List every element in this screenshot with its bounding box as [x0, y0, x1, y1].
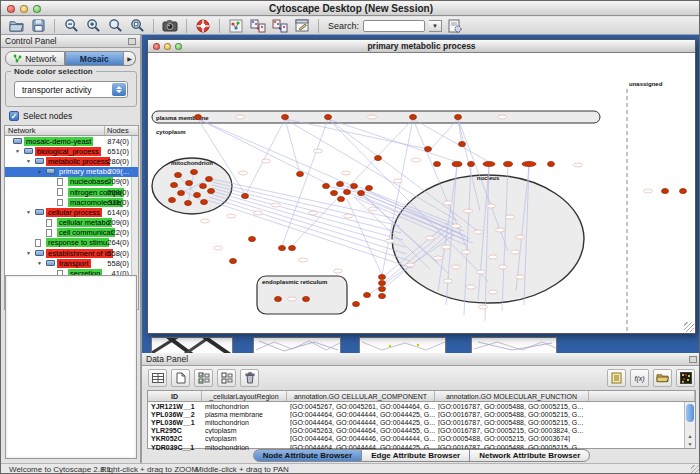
float-panel-icon[interactable] — [128, 38, 136, 45]
tree-row[interactable]: ▼metabolic process280(0) — [5, 156, 138, 166]
window-resize-grip[interactable] — [684, 322, 694, 332]
network-edge[interactable] — [413, 119, 489, 162]
tree-row-label[interactable]: nucleobase- — [68, 177, 113, 186]
tree-row[interactable]: ▼primary metabo209(... — [5, 167, 138, 177]
new-attribute-icon[interactable] — [171, 369, 190, 387]
network-node[interactable] — [175, 172, 182, 177]
tree-row[interactable]: ▼transport558(0) — [5, 258, 138, 268]
network-node[interactable] — [379, 293, 386, 298]
network-node[interactable] — [194, 192, 201, 197]
network-node[interactable] — [358, 190, 365, 195]
delete-attribute-icon[interactable] — [240, 369, 259, 387]
grid-icon[interactable] — [148, 369, 167, 387]
background-window[interactable] — [471, 337, 557, 353]
network-node[interactable] — [303, 296, 310, 301]
network-node[interactable] — [337, 181, 344, 186]
import-network-icon[interactable] — [249, 18, 267, 34]
network-node[interactable] — [522, 161, 536, 166]
save-icon[interactable] — [29, 18, 47, 34]
network-node[interactable] — [201, 199, 208, 204]
background-window[interactable] — [151, 337, 233, 353]
scroll-down-icon[interactable]: ▼ — [685, 440, 695, 448]
network-node[interactable] — [459, 141, 466, 146]
export-network-icon[interactable] — [271, 18, 289, 34]
tree-row[interactable]: cell communicat22(0) — [5, 228, 138, 238]
network-node[interactable] — [275, 296, 282, 301]
network-edge[interactable] — [285, 119, 300, 174]
birdseye-view[interactable] — [5, 275, 137, 459]
tree-row[interactable]: response to stimu264(0) — [5, 238, 138, 248]
network-node[interactable] — [279, 245, 286, 250]
network-node[interactable] — [230, 258, 237, 263]
network-canvas[interactable]: plasma membranecytoplasmmitochondrionnuc… — [148, 53, 695, 333]
scroll-up-icon[interactable]: ▲ — [685, 432, 695, 440]
table-cell[interactable]: cytoplasm — [202, 435, 287, 442]
expander-icon[interactable]: ▼ — [15, 148, 20, 154]
tree-row[interactable]: ▼cellular process614(0) — [5, 207, 138, 217]
tree-row-label[interactable]: cellular metabo — [57, 218, 112, 227]
table-cell[interactable]: [GO:0045267, GO:0045261, GO:0044464, G..… — [287, 403, 435, 410]
scrollbar-thumb[interactable] — [686, 404, 694, 422]
network-node[interactable] — [375, 155, 382, 160]
tree-row-label[interactable]: cellular process — [46, 208, 102, 217]
network-node[interactable] — [483, 161, 495, 166]
tree-row[interactable]: cellular metabo209(0) — [5, 218, 138, 228]
table-cell[interactable]: [GO:0016787, GO:0005488, GO:0005215, G..… — [435, 403, 589, 410]
help-icon[interactable] — [194, 18, 212, 34]
table-cell[interactable]: [GO:0005488, GO:0005215, GO:0003674] — [435, 435, 589, 442]
table-row[interactable]: YPL036W__1mitochondrion[GO:0044464, GO:0… — [148, 418, 695, 426]
table-row[interactable]: YPL036W__2plasma membrane[GO:0044464, GO… — [148, 410, 695, 418]
network-node[interactable] — [662, 188, 669, 193]
network-node[interactable] — [468, 161, 475, 166]
expander-icon[interactable]: ▼ — [37, 169, 42, 175]
search-config-icon[interactable] — [446, 18, 464, 34]
table-scrollbar[interactable]: ▲ ▼ — [684, 402, 695, 448]
column-header[interactable]: annotation.GO MOLECULAR_FUNCTION — [435, 391, 589, 401]
network-node[interactable] — [191, 169, 198, 174]
table-cell[interactable]: [GO:0044464, GO:0044446, GO:0044444, G..… — [287, 435, 435, 442]
table-cell[interactable]: [GO:0016787, GO:0005488, GO:0005215, G..… — [435, 411, 589, 418]
tab-network-attribute-browser[interactable]: Network Attribute Browser — [470, 449, 590, 462]
table-cell[interactable]: YJR121W__1 — [148, 403, 202, 410]
tree-row[interactable]: nitrogen compo209(0) — [5, 187, 138, 197]
annotation-icon[interactable] — [293, 18, 311, 34]
zoom-out-icon[interactable] — [62, 18, 80, 34]
network-node[interactable] — [353, 301, 360, 306]
network-node[interactable] — [455, 114, 462, 119]
float-panel-icon[interactable] — [689, 356, 697, 363]
table-cell[interactable]: [GO:0016787, GO:0005488, GO:0005215, G..… — [435, 419, 589, 426]
tree-row[interactable]: ▼establishment of lo558(0) — [5, 248, 138, 258]
network-node[interactable] — [504, 161, 513, 166]
vizmapper-icon[interactable] — [227, 18, 245, 34]
tab-edge-attribute-browser[interactable]: Edge Attribute Browser — [362, 449, 470, 462]
table-cell[interactable]: [GO:0045263, GO:0044464, GO:0044455, G..… — [287, 427, 435, 434]
table-cell[interactable]: cytoplasm — [202, 427, 287, 434]
network-node[interactable] — [242, 193, 249, 198]
expander-icon[interactable]: ▼ — [26, 250, 31, 256]
column-header[interactable]: annotation.GO CELLULAR_COMPONENT — [287, 391, 435, 401]
unselect-attributes-icon[interactable] — [217, 369, 236, 387]
table-cell[interactable]: YLR295C — [148, 427, 202, 434]
column-header[interactable]: ID — [148, 391, 202, 401]
network-node[interactable] — [410, 114, 417, 119]
network-node[interactable] — [289, 245, 296, 250]
select-attributes-icon[interactable] — [194, 369, 213, 387]
network-node[interactable] — [366, 185, 373, 190]
tree-row-label[interactable]: primary metabo — [57, 167, 113, 176]
matrix-icon[interactable] — [676, 369, 695, 387]
tree-row-label[interactable]: establishment of lo — [46, 249, 113, 258]
snapshot-icon[interactable] — [161, 18, 179, 34]
function-icon[interactable]: f(x) — [630, 369, 649, 387]
tree-row-label[interactable]: response to stimu — [46, 238, 109, 247]
network-node[interactable] — [171, 182, 178, 187]
notes-icon[interactable] — [607, 369, 626, 387]
tree-row-label[interactable]: transport — [57, 259, 91, 268]
network-node[interactable] — [434, 161, 441, 166]
network-node[interactable] — [379, 274, 386, 279]
expander-icon[interactable]: ▼ — [37, 260, 42, 266]
network-node[interactable] — [195, 114, 202, 119]
network-node[interactable] — [548, 161, 555, 166]
zoom-fit-icon[interactable] — [106, 18, 124, 34]
network-node[interactable] — [169, 197, 176, 202]
network-node[interactable] — [344, 189, 351, 194]
